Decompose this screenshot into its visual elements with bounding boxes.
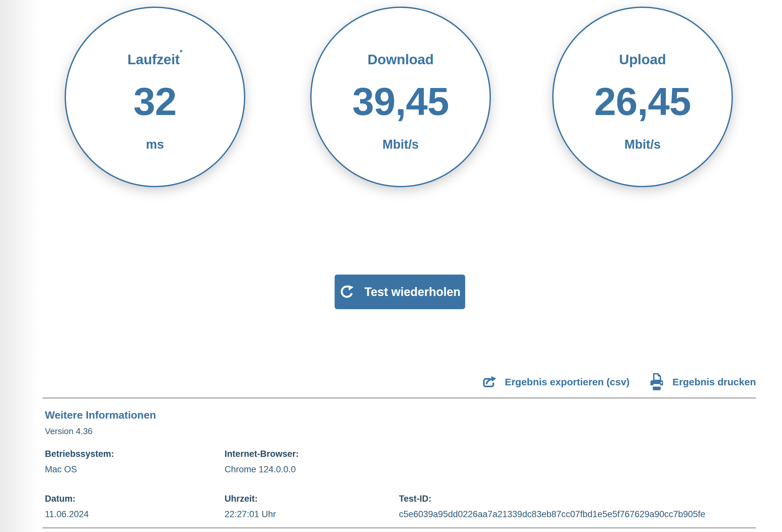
download-value: 39,45 — [352, 82, 449, 121]
result-actions: Ergebnis exportieren (csv) Ergebnis druc… — [482, 371, 756, 393]
further-information-section: Weitere Informationen Version 4.36 Betri… — [45, 398, 756, 520]
testid-field-value: c5e6039a95dd0226aa7a21339dc83eb87cc07fbd… — [399, 508, 756, 520]
date-field-value: 11.06.2024 — [45, 508, 224, 520]
download-unit: Mbit/s — [383, 138, 419, 151]
info-grid-row-2: Datum: 11.06.2024 Uhrzeit: 22:27:01 Uhr … — [45, 493, 756, 520]
further-information-heading: Weitere Informationen — [45, 409, 756, 421]
export-csv-link[interactable]: Ergebnis exportieren (csv) — [482, 375, 629, 389]
repeat-test-button[interactable]: Test wiederholen — [334, 275, 465, 309]
refresh-icon — [339, 284, 354, 299]
speedtest-result-page: Laufzeit* 32 ms Download 39,45 Mbit/s Up… — [0, 0, 782, 532]
time-field: Uhrzeit: 22:27:01 Uhr — [224, 493, 399, 520]
os-field-value: Mac OS — [45, 464, 224, 475]
latency-unit: ms — [146, 138, 164, 151]
date-field: Datum: 11.06.2024 — [45, 493, 224, 520]
upload-result-circle: Upload 26,45 Mbit/s — [552, 7, 733, 187]
section-divider-bottom — [42, 527, 756, 528]
latency-value: 32 — [134, 82, 176, 121]
browser-field: Internet-Browser: Chrome 124.0.0.0 — [224, 448, 399, 475]
info-grid-row-1: Betriebssystem: Mac OS Internet-Browser:… — [45, 448, 756, 475]
browser-field-value: Chrome 124.0.0.0 — [224, 464, 399, 475]
download-result-circle: Download 39,45 Mbit/s — [310, 7, 491, 187]
latency-label: Laufzeit* — [127, 53, 182, 67]
latency-result-circle: Laufzeit* 32 ms — [65, 7, 245, 187]
browser-field-label: Internet-Browser: — [224, 448, 399, 459]
testid-field-label: Test-ID: — [399, 493, 756, 504]
time-field-label: Uhrzeit: — [224, 493, 399, 504]
upload-label: Upload — [619, 53, 666, 67]
os-field: Betriebssystem: Mac OS — [45, 448, 224, 475]
os-field-label: Betriebssystem: — [45, 448, 224, 459]
version-text: Version 4.36 — [45, 426, 756, 436]
testid-field: Test-ID: c5e6039a95dd0226aa7a21339dc83eb… — [399, 493, 756, 520]
upload-unit: Mbit/s — [625, 138, 661, 151]
repeat-test-button-label: Test wiederholen — [364, 285, 460, 299]
download-label: Download — [367, 53, 434, 67]
date-field-label: Datum: — [45, 493, 224, 504]
printer-icon — [649, 373, 665, 392]
time-field-value: 22:27:01 Uhr — [224, 508, 399, 520]
print-result-link[interactable]: Ergebnis drucken — [649, 373, 756, 392]
export-icon — [482, 375, 497, 389]
upload-value: 26,45 — [595, 82, 691, 121]
latency-footnote-asterisk: * — [180, 48, 183, 57]
print-result-link-label: Ergebnis drucken — [673, 377, 756, 388]
export-csv-link-label: Ergebnis exportieren (csv) — [505, 377, 629, 388]
